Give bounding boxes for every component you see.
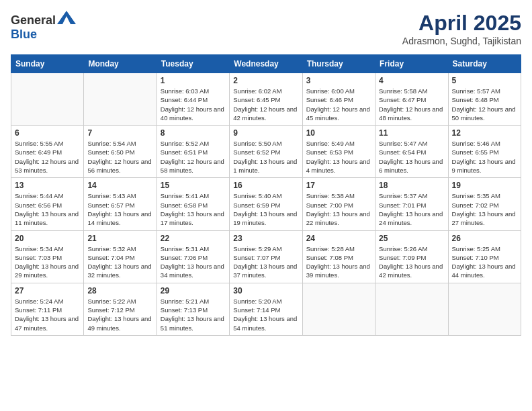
day-cell: 9Sunrise: 5:50 AM Sunset: 6:52 PM Daylig… [230,126,302,178]
day-cell: 24Sunrise: 5:28 AM Sunset: 7:08 PM Dayli… [302,230,375,283]
day-info: Sunrise: 5:32 AM Sunset: 7:04 PM Dayligh… [87,244,152,280]
day-number: 26 [452,234,517,243]
day-info: Sunrise: 5:26 AM Sunset: 7:09 PM Dayligh… [379,244,444,280]
day-cell: 10Sunrise: 5:49 AM Sunset: 6:53 PM Dayli… [302,126,375,178]
week-row-4: 20Sunrise: 5:34 AM Sunset: 7:03 PM Dayli… [11,230,521,283]
day-header-thursday: Thursday [302,55,375,73]
day-header-tuesday: Tuesday [157,55,229,73]
week-row-3: 13Sunrise: 5:44 AM Sunset: 6:56 PM Dayli… [11,178,521,230]
day-number: 18 [379,181,444,190]
day-cell: 21Sunrise: 5:32 AM Sunset: 7:04 PM Dayli… [84,230,157,283]
day-info: Sunrise: 5:35 AM Sunset: 7:02 PM Dayligh… [452,191,517,227]
day-number: 30 [233,286,298,295]
day-info: Sunrise: 5:44 AM Sunset: 6:56 PM Dayligh… [15,191,80,227]
day-number: 28 [87,286,152,295]
day-cell: 6Sunrise: 5:55 AM Sunset: 6:49 PM Daylig… [11,126,84,178]
day-cell: 20Sunrise: 5:34 AM Sunset: 7:03 PM Dayli… [11,230,84,283]
day-number: 11 [379,128,444,138]
day-number: 2 [233,76,298,85]
week-row-1: 1Sunrise: 6:03 AM Sunset: 6:44 PM Daylig… [11,73,521,126]
day-info: Sunrise: 5:34 AM Sunset: 7:03 PM Dayligh… [15,244,80,280]
day-number: 9 [233,128,298,138]
week-row-5: 27Sunrise: 5:24 AM Sunset: 7:11 PM Dayli… [11,283,521,335]
day-number: 22 [161,234,226,243]
day-info: Sunrise: 5:41 AM Sunset: 6:58 PM Dayligh… [161,191,226,227]
day-cell: 8Sunrise: 5:52 AM Sunset: 6:51 PM Daylig… [157,126,229,178]
day-number: 4 [379,76,444,85]
day-cell: 19Sunrise: 5:35 AM Sunset: 7:02 PM Dayli… [448,178,521,230]
day-cell: 11Sunrise: 5:47 AM Sunset: 6:54 PM Dayli… [375,126,448,178]
day-cell: 14Sunrise: 5:43 AM Sunset: 6:57 PM Dayli… [84,178,157,230]
logo: General Blue [11,11,76,42]
day-number: 5 [452,76,517,85]
day-info: Sunrise: 5:28 AM Sunset: 7:08 PM Dayligh… [306,244,371,280]
day-cell: 5Sunrise: 5:57 AM Sunset: 6:48 PM Daylig… [448,73,521,126]
day-info: Sunrise: 5:54 AM Sunset: 6:50 PM Dayligh… [87,139,152,175]
day-info: Sunrise: 5:40 AM Sunset: 6:59 PM Dayligh… [233,191,298,227]
day-info: Sunrise: 5:49 AM Sunset: 6:53 PM Dayligh… [306,139,371,175]
day-info: Sunrise: 5:20 AM Sunset: 7:14 PM Dayligh… [233,297,298,332]
day-number: 24 [306,234,371,243]
location: Adrasmon, Sughd, Tajikistan [402,36,521,46]
day-number: 3 [306,76,371,85]
day-info: Sunrise: 6:00 AM Sunset: 6:46 PM Dayligh… [306,87,371,122]
day-info: Sunrise: 5:29 AM Sunset: 7:07 PM Dayligh… [233,244,298,280]
page-header: General Blue April 2025 Adrasmon, Sughd,… [11,11,521,46]
day-cell [448,283,521,335]
day-cell: 29Sunrise: 5:21 AM Sunset: 7:13 PM Dayli… [157,283,229,335]
day-info: Sunrise: 5:50 AM Sunset: 6:52 PM Dayligh… [233,139,298,175]
day-number: 13 [15,181,80,190]
logo-general: General [11,13,56,27]
day-cell: 18Sunrise: 5:37 AM Sunset: 7:01 PM Dayli… [375,178,448,230]
title-block: April 2025 Adrasmon, Sughd, Tajikistan [402,11,521,46]
day-cell: 15Sunrise: 5:41 AM Sunset: 6:58 PM Dayli… [157,178,229,230]
logo-blue: Blue [11,28,37,41]
day-info: Sunrise: 6:02 AM Sunset: 6:45 PM Dayligh… [233,87,298,122]
day-cell [11,73,84,126]
day-header-wednesday: Wednesday [230,55,302,73]
day-cell: 7Sunrise: 5:54 AM Sunset: 6:50 PM Daylig… [84,126,157,178]
day-header-sunday: Sunday [11,55,84,73]
day-cell: 1Sunrise: 6:03 AM Sunset: 6:44 PM Daylig… [157,73,229,126]
day-cell: 2Sunrise: 6:02 AM Sunset: 6:45 PM Daylig… [230,73,302,126]
calendar-header-row: SundayMondayTuesdayWednesdayThursdayFrid… [11,55,521,73]
day-cell: 22Sunrise: 5:31 AM Sunset: 7:06 PM Dayli… [157,230,229,283]
day-number: 7 [87,128,152,138]
day-number: 16 [233,181,298,190]
day-cell: 23Sunrise: 5:29 AM Sunset: 7:07 PM Dayli… [230,230,302,283]
day-number: 25 [379,234,444,243]
day-info: Sunrise: 5:22 AM Sunset: 7:12 PM Dayligh… [87,297,152,332]
day-info: Sunrise: 5:52 AM Sunset: 6:51 PM Dayligh… [161,139,226,175]
day-number: 15 [161,181,226,190]
day-cell: 25Sunrise: 5:26 AM Sunset: 7:09 PM Dayli… [375,230,448,283]
day-cell: 30Sunrise: 5:20 AM Sunset: 7:14 PM Dayli… [230,283,302,335]
logo-text: General Blue [11,11,76,42]
day-number: 19 [452,181,517,190]
day-info: Sunrise: 5:58 AM Sunset: 6:47 PM Dayligh… [379,87,444,122]
day-cell: 4Sunrise: 5:58 AM Sunset: 6:47 PM Daylig… [375,73,448,126]
day-number: 1 [161,76,226,85]
day-info: Sunrise: 5:47 AM Sunset: 6:54 PM Dayligh… [379,139,444,175]
day-header-saturday: Saturday [448,55,521,73]
day-number: 10 [306,128,371,138]
day-cell [302,283,375,335]
day-info: Sunrise: 6:03 AM Sunset: 6:44 PM Dayligh… [161,87,226,122]
day-info: Sunrise: 5:57 AM Sunset: 6:48 PM Dayligh… [452,87,517,122]
day-header-friday: Friday [375,55,448,73]
day-number: 12 [452,128,517,138]
day-cell: 28Sunrise: 5:22 AM Sunset: 7:12 PM Dayli… [84,283,157,335]
day-number: 14 [87,181,152,190]
day-cell: 17Sunrise: 5:38 AM Sunset: 7:00 PM Dayli… [302,178,375,230]
day-info: Sunrise: 5:43 AM Sunset: 6:57 PM Dayligh… [87,191,152,227]
day-cell [375,283,448,335]
day-info: Sunrise: 5:21 AM Sunset: 7:13 PM Dayligh… [161,297,226,332]
day-info: Sunrise: 5:38 AM Sunset: 7:00 PM Dayligh… [306,191,371,227]
day-cell: 3Sunrise: 6:00 AM Sunset: 6:46 PM Daylig… [302,73,375,126]
day-number: 20 [15,234,80,243]
day-info: Sunrise: 5:25 AM Sunset: 7:10 PM Dayligh… [452,244,517,280]
day-number: 23 [233,234,298,243]
day-info: Sunrise: 5:37 AM Sunset: 7:01 PM Dayligh… [379,191,444,227]
day-cell: 27Sunrise: 5:24 AM Sunset: 7:11 PM Dayli… [11,283,84,335]
day-cell: 26Sunrise: 5:25 AM Sunset: 7:10 PM Dayli… [448,230,521,283]
day-cell: 13Sunrise: 5:44 AM Sunset: 6:56 PM Dayli… [11,178,84,230]
